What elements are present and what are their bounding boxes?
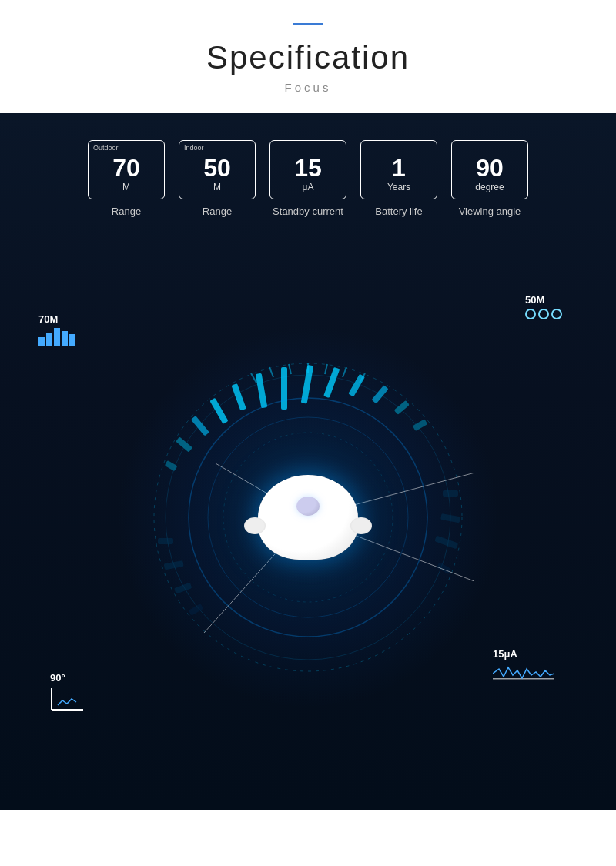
circles-icon (525, 309, 562, 319)
svg-line-3 (325, 364, 327, 374)
diagram-area: 70M 50M 15μA (15, 248, 601, 787)
svg-rect-29 (158, 538, 173, 544)
svg-line-7 (270, 367, 273, 377)
spec-value-indoor: 50 (192, 155, 243, 182)
svg-rect-30 (164, 560, 184, 570)
device-ear-right (350, 517, 372, 534)
spec-box-standby: 15 μA (270, 140, 346, 199)
spec-label-battery: Battery life (375, 206, 422, 217)
bar-5 (69, 334, 75, 346)
annotation-50m: 50M (525, 294, 562, 319)
page-title: Specification (15, 39, 601, 76)
angle-icon (50, 687, 85, 714)
svg-line-4 (343, 367, 346, 377)
spec-card-indoor-range: Indoor 50 M Range (179, 140, 256, 217)
annotation-90: 90° (50, 672, 85, 714)
spec-label-outdoor: Range (112, 206, 141, 217)
device-ear-left (244, 517, 266, 534)
center-device (223, 433, 393, 602)
svg-rect-28 (437, 562, 452, 574)
spec-card-standby: 15 μA Standby current (270, 140, 346, 217)
svg-rect-11 (281, 367, 287, 410)
svg-rect-21 (165, 460, 178, 471)
svg-rect-17 (191, 416, 209, 436)
bar-2 (46, 333, 52, 346)
spec-card-outdoor-range: Outdoor 70 M Range (88, 140, 165, 217)
svg-rect-27 (434, 536, 458, 550)
specs-row: Outdoor 70 M Range Indoor 50 M Range 15 … (15, 140, 601, 217)
anno-70m-label: 70M (38, 313, 58, 325)
spec-card-angle: 90 degree Viewing angle (451, 140, 528, 217)
anno-15ua-label: 15μA (493, 648, 517, 660)
circle-2 (538, 309, 549, 319)
anno-50m-label: 50M (525, 294, 544, 306)
spec-box-outdoor-range: Outdoor 70 M (88, 140, 165, 199)
svg-line-6 (289, 364, 291, 374)
spec-tag-outdoor: Outdoor (93, 144, 119, 152)
annotation-70m: 70M (38, 313, 75, 346)
bar-4 (62, 331, 68, 346)
svg-rect-15 (371, 385, 388, 403)
bar-3 (54, 328, 60, 346)
svg-rect-10 (256, 373, 268, 409)
circle-1 (525, 309, 536, 319)
spec-unit-outdoor: M (101, 182, 152, 192)
spec-label-angle: Viewing angle (459, 206, 521, 217)
svg-rect-19 (394, 400, 410, 415)
dark-section: Outdoor 70 M Range Indoor 50 M Range 15 … (0, 113, 616, 810)
svg-rect-31 (174, 583, 192, 594)
svg-rect-18 (176, 437, 192, 453)
header-divider (293, 23, 323, 25)
spec-unit-battery: Years (373, 182, 424, 192)
spec-tag-indoor: Indoor (184, 144, 204, 152)
spec-unit-standby: μA (283, 182, 333, 192)
spec-label-indoor: Range (203, 206, 232, 217)
spec-card-battery: 1 Years Battery life (360, 140, 437, 217)
circle-3 (551, 309, 562, 319)
spec-unit-angle: degree (464, 182, 515, 192)
svg-rect-37 (493, 678, 554, 680)
device-body (258, 475, 358, 560)
svg-rect-16 (209, 398, 228, 424)
spec-label-standby: Standby current (273, 206, 343, 217)
anno-90-label: 90° (50, 672, 65, 684)
bar-chart-icon (38, 328, 75, 346)
spec-value-outdoor: 70 (101, 155, 152, 182)
spec-value-standby: 15 (283, 155, 333, 182)
svg-line-8 (251, 373, 256, 383)
header-section: Specification Focus (0, 0, 616, 113)
spec-value-angle: 90 (464, 155, 515, 182)
svg-rect-25 (443, 490, 458, 497)
spec-box-indoor-range: Indoor 50 M (179, 140, 256, 199)
spec-value-battery: 1 (373, 155, 424, 182)
spec-box-angle: 90 degree (451, 140, 528, 199)
device-lens (296, 497, 320, 516)
spec-unit-indoor: M (192, 182, 243, 192)
spec-box-battery: 1 Years (360, 140, 437, 199)
svg-rect-9 (231, 383, 246, 411)
wave-icon (493, 663, 554, 687)
page-subtitle: Focus (15, 81, 601, 94)
annotation-15ua: 15μA (493, 648, 554, 687)
bar-1 (38, 337, 45, 346)
